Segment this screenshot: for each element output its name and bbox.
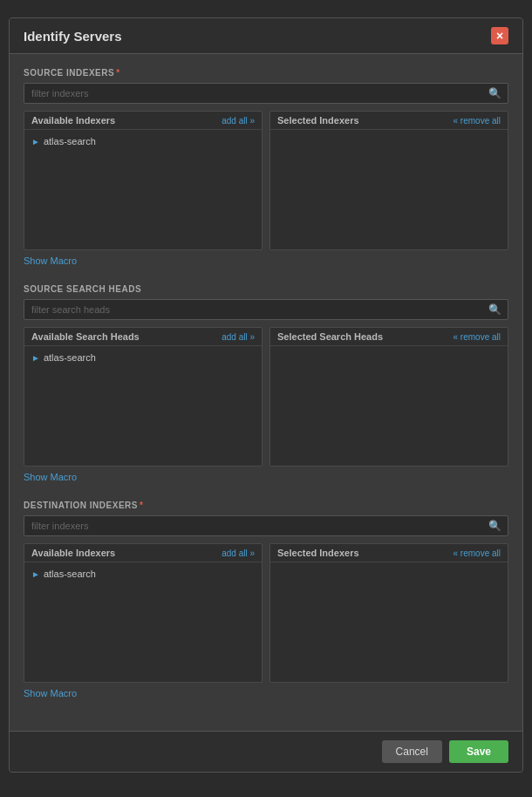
source-indexers-available-panel: Available Indexers add all » ► atlas-sea… [24, 111, 263, 250]
destination-indexers-section: DESTINATION INDEXERS* 🔍 Available Indexe… [24, 501, 508, 699]
list-item[interactable]: ► atlas-search [24, 133, 262, 149]
source-indexers-dual-list: Available Indexers add all » ► atlas-sea… [24, 111, 508, 250]
list-item-arrow: ► [31, 353, 40, 363]
source-search-heads-show-macro[interactable]: Show Macro [24, 472, 77, 482]
source-indexers-remove-all[interactable]: « remove all [454, 116, 501, 126]
source-search-heads-selected-items [270, 346, 508, 353]
source-search-heads-selected-title: Selected Search Heads [277, 331, 383, 342]
identify-servers-modal: Identify Servers × SOURCE INDEXERS* 🔍 Av… [9, 17, 523, 773]
source-search-heads-filter-input[interactable] [24, 299, 508, 320]
destination-indexers-available-title: Available Indexers [31, 548, 115, 558]
source-indexers-show-macro[interactable]: Show Macro [24, 255, 77, 266]
source-search-heads-available-panel: Available Search Heads add all » ► atlas… [24, 327, 263, 467]
list-item[interactable]: ► atlas-search [24, 566, 262, 582]
list-item-arrow: ► [31, 569, 40, 579]
list-item-label: atlas-search [44, 569, 96, 579]
source-search-heads-section: SOURCE SEARCH HEADS 🔍 Available Search H… [24, 284, 508, 483]
modal-footer: Cancel Save [10, 731, 522, 772]
source-search-heads-label: SOURCE SEARCH HEADS [24, 284, 508, 294]
source-indexers-filter-bar: 🔍 [24, 83, 508, 104]
source-indexers-add-all[interactable]: add all » [222, 116, 255, 126]
destination-indexers-dual-list: Available Indexers add all » ► atlas-sea… [24, 543, 508, 683]
destination-indexers-selected-items [270, 562, 508, 569]
destination-indexers-selected-panel: Selected Indexers « remove all [269, 543, 508, 683]
source-search-heads-available-items: ► atlas-search [24, 346, 262, 369]
destination-indexers-selected-title: Selected Indexers [277, 548, 359, 558]
list-item-arrow: ► [31, 137, 40, 146]
destination-indexers-available-items: ► atlas-search [24, 562, 262, 585]
modal-body: SOURCE INDEXERS* 🔍 Available Indexers ad… [10, 54, 522, 731]
cancel-button[interactable]: Cancel [382, 740, 442, 763]
list-item-label: atlas-search [44, 352, 96, 363]
source-search-heads-filter-bar: 🔍 [24, 299, 508, 320]
source-indexers-available-items: ► atlas-search [24, 130, 262, 153]
destination-indexers-add-all[interactable]: add all » [222, 548, 255, 558]
modal-overlay: Identify Servers × SOURCE INDEXERS* 🔍 Av… [9, 17, 523, 773]
destination-indexers-show-macro[interactable]: Show Macro [24, 688, 77, 698]
source-indexers-selected-title: Selected Indexers [277, 115, 359, 126]
source-search-heads-selected-panel: Selected Search Heads « remove all [269, 327, 508, 467]
source-search-heads-add-all[interactable]: add all » [222, 332, 255, 342]
source-indexers-available-title: Available Indexers [31, 115, 115, 126]
source-search-heads-remove-all[interactable]: « remove all [454, 332, 501, 342]
close-button[interactable]: × [491, 27, 508, 44]
source-indexers-filter-input[interactable] [24, 83, 508, 104]
source-search-heads-available-title: Available Search Heads [31, 331, 140, 342]
list-item-label: atlas-search [44, 136, 96, 146]
save-button[interactable]: Save [449, 740, 508, 763]
destination-indexers-available-panel: Available Indexers add all » ► atlas-sea… [24, 543, 263, 683]
list-item[interactable]: ► atlas-search [24, 350, 262, 365]
destination-indexers-filter-input[interactable] [24, 515, 508, 536]
destination-indexers-filter-bar: 🔍 [24, 515, 508, 536]
source-indexers-selected-items [270, 130, 508, 137]
source-search-heads-dual-list: Available Search Heads add all » ► atlas… [24, 327, 508, 467]
destination-indexers-remove-all[interactable]: « remove all [454, 548, 501, 558]
modal-header: Identify Servers × [10, 18, 522, 54]
modal-title: Identify Servers [24, 29, 122, 44]
source-indexers-selected-panel: Selected Indexers « remove all [269, 111, 508, 250]
source-indexers-label: SOURCE INDEXERS* [24, 68, 508, 78]
source-indexers-section: SOURCE INDEXERS* 🔍 Available Indexers ad… [24, 68, 508, 267]
destination-indexers-label: DESTINATION INDEXERS* [24, 501, 508, 510]
